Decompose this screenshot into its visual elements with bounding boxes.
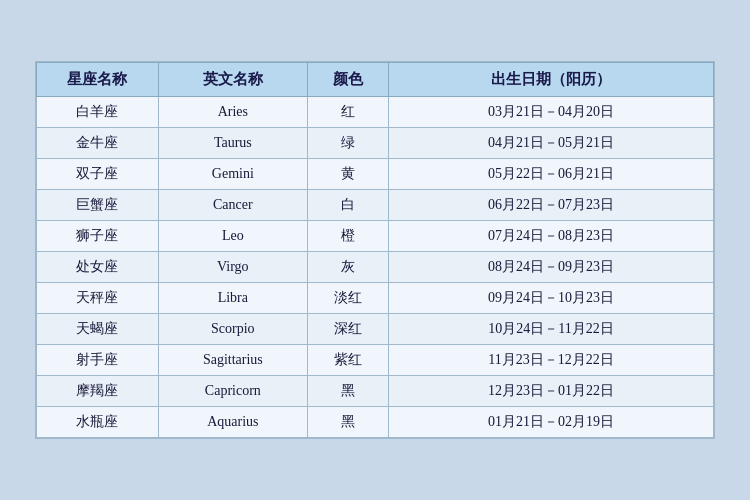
cell-chinese: 巨蟹座 [37, 190, 159, 221]
cell-color: 黑 [307, 407, 388, 438]
cell-date: 12月23日－01月22日 [389, 376, 714, 407]
cell-color: 淡红 [307, 283, 388, 314]
cell-date: 01月21日－02月19日 [389, 407, 714, 438]
cell-date: 08月24日－09月23日 [389, 252, 714, 283]
cell-date: 05月22日－06月21日 [389, 159, 714, 190]
cell-english: Sagittarius [158, 345, 307, 376]
cell-date: 03月21日－04月20日 [389, 97, 714, 128]
cell-chinese: 金牛座 [37, 128, 159, 159]
table-row: 摩羯座Capricorn黑12月23日－01月22日 [37, 376, 714, 407]
cell-color: 灰 [307, 252, 388, 283]
cell-color: 白 [307, 190, 388, 221]
cell-date: 09月24日－10月23日 [389, 283, 714, 314]
cell-english: Virgo [158, 252, 307, 283]
table-row: 白羊座Aries红03月21日－04月20日 [37, 97, 714, 128]
table-row: 双子座Gemini黄05月22日－06月21日 [37, 159, 714, 190]
cell-english: Aquarius [158, 407, 307, 438]
header-chinese: 星座名称 [37, 63, 159, 97]
cell-color: 黑 [307, 376, 388, 407]
header-english: 英文名称 [158, 63, 307, 97]
header-date: 出生日期（阳历） [389, 63, 714, 97]
table-row: 射手座Sagittarius紫红11月23日－12月22日 [37, 345, 714, 376]
cell-english: Leo [158, 221, 307, 252]
cell-chinese: 白羊座 [37, 97, 159, 128]
cell-english: Aries [158, 97, 307, 128]
cell-chinese: 天蝎座 [37, 314, 159, 345]
cell-chinese: 水瓶座 [37, 407, 159, 438]
table-row: 水瓶座Aquarius黑01月21日－02月19日 [37, 407, 714, 438]
cell-english: Gemini [158, 159, 307, 190]
table-row: 巨蟹座Cancer白06月22日－07月23日 [37, 190, 714, 221]
header-color: 颜色 [307, 63, 388, 97]
table-row: 金牛座Taurus绿04月21日－05月21日 [37, 128, 714, 159]
cell-chinese: 双子座 [37, 159, 159, 190]
cell-english: Scorpio [158, 314, 307, 345]
table-row: 天蝎座Scorpio深红10月24日－11月22日 [37, 314, 714, 345]
table-row: 处女座Virgo灰08月24日－09月23日 [37, 252, 714, 283]
cell-color: 紫红 [307, 345, 388, 376]
cell-color: 深红 [307, 314, 388, 345]
cell-english: Capricorn [158, 376, 307, 407]
cell-color: 黄 [307, 159, 388, 190]
cell-chinese: 处女座 [37, 252, 159, 283]
cell-chinese: 狮子座 [37, 221, 159, 252]
cell-date: 07月24日－08月23日 [389, 221, 714, 252]
table-header-row: 星座名称 英文名称 颜色 出生日期（阳历） [37, 63, 714, 97]
table-row: 天秤座Libra淡红09月24日－10月23日 [37, 283, 714, 314]
cell-color: 橙 [307, 221, 388, 252]
cell-chinese: 射手座 [37, 345, 159, 376]
zodiac-table-container: 星座名称 英文名称 颜色 出生日期（阳历） 白羊座Aries红03月21日－04… [35, 61, 715, 439]
cell-chinese: 天秤座 [37, 283, 159, 314]
cell-color: 红 [307, 97, 388, 128]
cell-chinese: 摩羯座 [37, 376, 159, 407]
cell-date: 04月21日－05月21日 [389, 128, 714, 159]
cell-color: 绿 [307, 128, 388, 159]
cell-english: Taurus [158, 128, 307, 159]
cell-date: 06月22日－07月23日 [389, 190, 714, 221]
zodiac-table: 星座名称 英文名称 颜色 出生日期（阳历） 白羊座Aries红03月21日－04… [36, 62, 714, 438]
cell-english: Cancer [158, 190, 307, 221]
cell-date: 10月24日－11月22日 [389, 314, 714, 345]
cell-english: Libra [158, 283, 307, 314]
cell-date: 11月23日－12月22日 [389, 345, 714, 376]
table-row: 狮子座Leo橙07月24日－08月23日 [37, 221, 714, 252]
